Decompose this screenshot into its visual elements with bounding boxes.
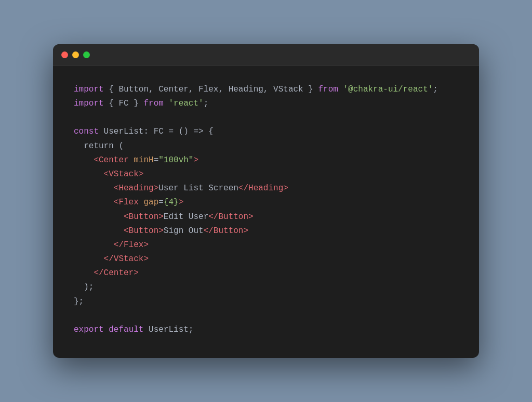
code-token: import [74,85,109,94]
code-token [74,254,104,264]
code-token: return ( [74,141,124,151]
code-token [74,198,114,207]
code-token: UserList: FC = () => { [104,127,214,136]
code-token: <Center [94,155,128,165]
code-token: UserList; [149,325,193,334]
code-blank-line [74,309,458,323]
code-line: }; [74,295,458,309]
code-token: import [74,99,104,108]
code-token: > [193,155,198,165]
code-token: </VStack> [104,254,149,264]
code-line: <VStack> [74,167,458,181]
code-line: <Flex gap={4}> [74,196,458,210]
code-token: <Flex [114,198,139,207]
maximize-button[interactable] [83,51,90,58]
code-token: </Center> [94,268,138,278]
code-line: </Flex> [74,238,458,252]
code-token: { FC } [104,99,144,108]
code-editor-window: import { Button, Center, Flex, Heading, … [53,44,479,358]
code-token: User List Screen [158,184,238,193]
code-token: {4} [164,198,179,207]
code-token [74,184,114,193]
code-token: <Button> [124,212,164,222]
code-token: > [179,198,184,207]
code-line: import { FC } from 'react'; [74,97,458,111]
code-blank-line [74,111,458,125]
code-token [74,155,94,165]
code-token [74,170,104,179]
code-line: const UserList: FC = () => { [74,125,458,139]
minimize-button[interactable] [72,51,79,58]
code-token: Edit User [164,212,208,222]
code-token: <Button> [124,226,164,236]
code-token: </Button> [204,226,248,236]
code-token [164,99,169,108]
code-token: minH [129,155,154,165]
code-token: default [109,325,149,334]
code-line: return ( [74,139,458,153]
code-token [338,85,343,94]
code-line: <Button>Edit User</Button> [74,210,458,224]
code-token: const [74,127,104,136]
code-token [74,240,114,250]
code-line: <Center minH="100vh"> [74,153,458,167]
titlebar [53,44,479,66]
code-token: </Button> [208,212,253,222]
code-token: from [318,85,338,94]
code-token: ; [433,85,438,94]
code-line: </VStack> [74,252,458,266]
code-token [74,268,94,278]
code-line: export default UserList; [74,323,458,337]
code-token: </Flex> [114,240,149,250]
code-content: import { Button, Center, Flex, Heading, … [53,66,479,358]
code-token: ; [204,99,209,108]
code-token: export [74,325,109,334]
code-line: <Heading>User List Screen</Heading> [74,181,458,196]
code-token: = [158,198,164,207]
code-token: from [143,99,163,108]
code-line: <Button>Sign Out</Button> [74,224,458,238]
close-button[interactable] [61,51,68,58]
code-token: '@chakra-ui/react' [343,85,433,94]
code-token: "100vh" [158,155,193,165]
code-token: gap [139,198,158,207]
code-token: Sign Out [164,226,204,236]
code-line: import { Button, Center, Flex, Heading, … [74,83,458,97]
code-token: { Button, Center, Flex, Heading, VStack … [109,85,318,94]
code-token: }; [74,297,84,306]
code-token: 'react' [168,99,203,108]
code-token: <Heading> [114,184,158,193]
code-token: = [154,155,159,165]
code-line: ); [74,280,458,294]
code-token: ); [74,282,94,292]
code-token: <VStack> [104,170,144,179]
code-token: </Heading> [238,184,288,193]
code-token [74,226,124,236]
code-token [74,212,124,222]
code-line: </Center> [74,266,458,280]
